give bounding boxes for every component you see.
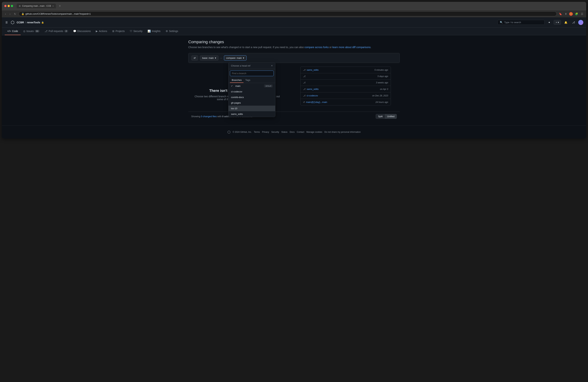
- address-bar[interactable]: 🔒 github.com/CCBR/reneeTools/compare/mai…: [19, 11, 557, 16]
- bookmark-icon[interactable]: 🔖: [558, 12, 563, 16]
- plus-icon: +: [556, 21, 557, 24]
- minimize-button[interactable]: [8, 5, 10, 7]
- branch-item-iss-10[interactable]: iss-10: [229, 106, 275, 111]
- branch-search-input[interactable]: [230, 71, 274, 76]
- discussions-icon: 💬: [73, 30, 76, 33]
- footer-status-link[interactable]: Status: [281, 131, 288, 133]
- branch-item-sams-edits[interactable]: sams_edits: [229, 111, 275, 117]
- switch-branches-button[interactable]: ⇄: [191, 55, 198, 61]
- nav-code-label: Code: [12, 30, 18, 33]
- issues-icon: ◎: [23, 30, 25, 33]
- branches-tab-label: Branches: [232, 79, 242, 81]
- base-branch-button[interactable]: base: main ▾: [200, 55, 218, 61]
- close-button[interactable]: [4, 5, 6, 7]
- branch-link-2[interactable]: ⎇: [303, 81, 306, 84]
- comparison-row-4[interactable]: ⎇ ci-codecov on Dec 28, 2023: [300, 93, 391, 99]
- brave-icon[interactable]: 🦁: [569, 12, 573, 16]
- branch-name-main: main: [235, 85, 240, 87]
- nav-item-issues[interactable]: ◎ Issues 11: [21, 27, 42, 35]
- footer-privacy-info-link[interactable]: Do not share my personal information: [324, 131, 361, 133]
- branch-item-contrib-docs[interactable]: contrib-docs: [229, 95, 275, 100]
- compare-branch-label: compare: main: [226, 57, 242, 59]
- add-menu-button[interactable]: + ▾: [554, 20, 561, 25]
- compare-forks-link[interactable]: compare across forks: [304, 46, 329, 49]
- comparisons-table: ⎇ sams_edits 5 minutes ago ⎇ 5 days ago: [300, 67, 391, 105]
- avatar[interactable]: [578, 20, 583, 25]
- split-view-button[interactable]: Split: [376, 114, 385, 119]
- branch-link-ci2[interactable]: ⎇ ci-codecov: [303, 94, 318, 97]
- dropdown-title: Choose a head ref: [231, 64, 250, 67]
- back-button[interactable]: ‹: [4, 12, 7, 16]
- hamburger-button[interactable]: ☰: [5, 20, 8, 25]
- comparison-row-2[interactable]: ⎇ 3 weeks ago: [300, 79, 391, 86]
- learn-more-link[interactable]: learn more about diff comparisons: [332, 46, 371, 49]
- unified-view-button[interactable]: Unified: [385, 114, 397, 119]
- tags-tab[interactable]: Tags: [244, 77, 252, 83]
- pull-requests-button[interactable]: ⎇: [571, 20, 576, 25]
- branch-link-history[interactable]: ↺ main@{1day}...main: [303, 101, 327, 103]
- footer-docs-link[interactable]: Docs: [290, 131, 294, 133]
- browser-tab[interactable]: ⊙ Comparing main...main · CCB ✕: [17, 4, 56, 8]
- check-icon: ✓: [231, 85, 233, 87]
- org-link[interactable]: CCBR: [17, 21, 24, 24]
- header-right: ✦ + ▾ 🔔 ⎇: [547, 20, 583, 25]
- tab-close-icon[interactable]: ✕: [52, 5, 54, 7]
- search-box[interactable]: 🔍 Type / to search: [498, 20, 545, 25]
- branch-icon-1: ⎇: [303, 75, 306, 77]
- comparison-row-5[interactable]: ↺ main@{1day}...main 24 hours ago: [300, 99, 391, 105]
- tab-title: Comparing main...main · CCB: [22, 5, 51, 7]
- comparison-row-3[interactable]: ⎇ sams_edits on Apr 3: [300, 86, 391, 93]
- share-icon[interactable]: ⬆: [564, 12, 568, 16]
- branches-tab[interactable]: Branches: [230, 77, 244, 83]
- subtitle-or: or: [329, 46, 332, 49]
- footer-cookies-link[interactable]: Manage cookies: [307, 131, 322, 133]
- refresh-button[interactable]: ↻: [13, 12, 17, 16]
- branch-name-sams: sams_edits: [231, 113, 243, 115]
- time-5: 24 hours ago: [376, 101, 388, 103]
- projects-icon: ⊞: [112, 30, 114, 33]
- subtitle-text: Choose two branches to see what's change…: [188, 46, 304, 49]
- branch-link-1[interactable]: ⎇: [303, 75, 306, 77]
- repo-nav: </> Code ◎ Issues 11 ⎇ Pull requests 2 💬…: [2, 27, 586, 35]
- header-left: ☰ ⬡ CCBR / reneeTools 🔒: [5, 20, 495, 25]
- branch-item-gh-pages[interactable]: gh-pages: [229, 100, 275, 106]
- nav-item-code[interactable]: </> Code: [5, 27, 21, 35]
- nav-actions-label: Actions: [99, 30, 107, 33]
- menu-icon[interactable]: ☰: [580, 12, 584, 16]
- nav-item-projects[interactable]: ⊞ Projects: [110, 27, 127, 35]
- forward-button[interactable]: ›: [8, 12, 12, 16]
- repo-link[interactable]: reneeTools: [27, 21, 40, 24]
- branch-name-4: ci-codecov: [307, 94, 318, 97]
- maximize-button[interactable]: [11, 5, 13, 7]
- copyright: © 2024 GitHub, Inc.: [233, 131, 252, 133]
- footer-security-link[interactable]: Security: [271, 131, 279, 133]
- branch-item-main[interactable]: ✓ main default: [229, 83, 275, 89]
- nav-item-pull-requests[interactable]: ⎇ Pull requests 2: [42, 27, 70, 35]
- nav-item-settings[interactable]: ⚙ Settings: [163, 27, 181, 35]
- branch-link-sams2[interactable]: ⎇ sams_edits: [303, 88, 319, 90]
- new-tab-button[interactable]: +: [58, 4, 62, 8]
- branch-link-sams[interactable]: ⎇ sams_edits: [303, 69, 319, 71]
- branch-icon-2: ⎇: [303, 81, 306, 84]
- comparison-row-1[interactable]: ⎇ 5 days ago: [300, 73, 391, 79]
- nav-item-actions[interactable]: ▶ Actions: [93, 27, 110, 35]
- nav-issues-label: Issues: [26, 30, 34, 33]
- nav-item-insights[interactable]: 📊 Insights: [145, 27, 163, 35]
- footer-contact-link[interactable]: Contact: [297, 131, 304, 133]
- compare-branch-button[interactable]: compare: main ▾: [224, 55, 247, 61]
- copilot-button[interactable]: ✦: [547, 20, 552, 25]
- time-3: on Apr 3: [380, 88, 388, 90]
- search-placeholder: Type / to search: [504, 21, 521, 24]
- branch-item-ci-codecov[interactable]: ci-codecov: [229, 89, 275, 95]
- nav-item-discussions[interactable]: 💬 Discussions: [71, 27, 93, 35]
- nav-item-security[interactable]: 🛡 Security: [127, 27, 145, 35]
- dropdown-close-button[interactable]: ×: [271, 64, 273, 67]
- branch-name-5: main@{1day}...main: [306, 101, 327, 103]
- footer-terms-link[interactable]: Terms: [254, 131, 260, 133]
- changed-files-link[interactable]: 0 changed files: [201, 115, 217, 118]
- comparison-row-0[interactable]: ⎇ sams_edits 5 minutes ago: [300, 67, 391, 73]
- footer-bar: Showing 0 changed files with 0 additions…: [188, 112, 400, 121]
- footer-privacy-link[interactable]: Privacy: [262, 131, 269, 133]
- extensions-icon[interactable]: 🧩: [574, 12, 579, 16]
- notifications-button[interactable]: 🔔: [563, 20, 569, 25]
